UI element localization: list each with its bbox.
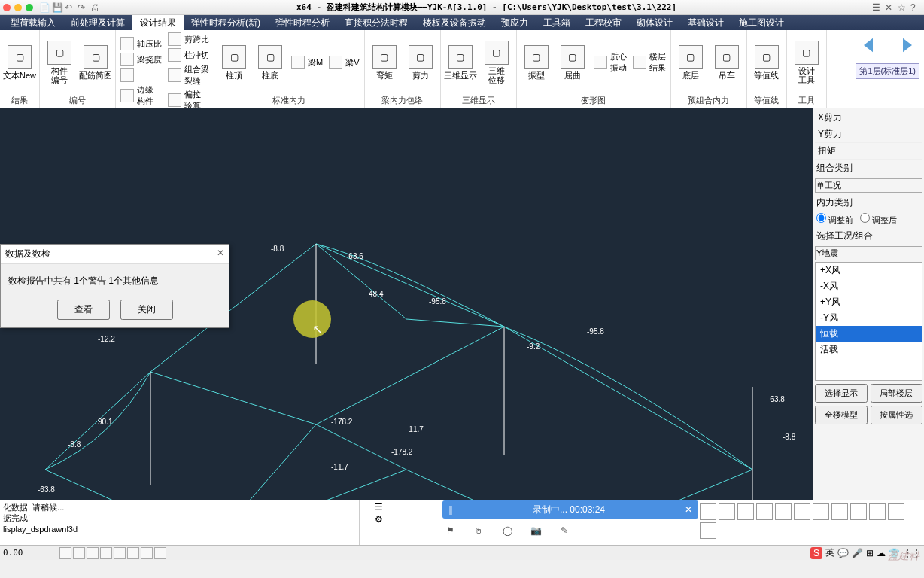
view-orbit-icon[interactable] bbox=[775, 503, 792, 520]
ribbon-btn-0-0[interactable]: ▢文本New bbox=[3, 45, 36, 80]
view-cube2-icon[interactable] bbox=[719, 503, 735, 520]
ribbon-btn-8-0[interactable]: ▢等值线 bbox=[750, 45, 783, 80]
radio-before[interactable] bbox=[816, 213, 826, 223]
ribbon-btn-6-1[interactable]: ▢屈曲 bbox=[556, 45, 589, 80]
ribbon-small-2-0-0[interactable]: 轴压比 bbox=[119, 36, 163, 51]
command-log[interactable]: 化数据, 请稍候... 据完成! lisplay_dspdrawnl3d bbox=[0, 500, 360, 545]
window-controls[interactable] bbox=[3, 4, 33, 11]
main-tab-7[interactable]: 预应力 bbox=[494, 15, 536, 31]
view-grid-icon[interactable] bbox=[888, 503, 904, 520]
ribbon-small-2-0-1[interactable]: 梁挠度 bbox=[119, 52, 163, 67]
view-layers-icon[interactable] bbox=[700, 522, 716, 539]
polar-icon[interactable] bbox=[100, 547, 112, 559]
min-window[interactable] bbox=[14, 4, 22, 11]
view-toolbar[interactable] bbox=[700, 502, 922, 539]
main-tab-11[interactable]: 基础设计 bbox=[680, 15, 731, 31]
view-section-icon[interactable] bbox=[850, 503, 867, 520]
radio-before-after[interactable]: 调整前 调整后 bbox=[815, 211, 922, 227]
main-tab-1[interactable]: 前处理及计算 bbox=[63, 15, 132, 31]
side-item-2[interactable]: 扭矩 bbox=[815, 143, 922, 160]
main-tab-3[interactable]: 弹性时程分析(新) bbox=[184, 15, 268, 31]
quick-access[interactable]: 📄💾↶↷🖨 bbox=[39, 2, 101, 13]
ortho-icon[interactable] bbox=[87, 547, 99, 559]
side-item-1[interactable]: Y剪力 bbox=[815, 126, 922, 143]
ribbon-btn-5-0[interactable]: ▢三维显示 bbox=[444, 45, 477, 80]
floor-selector[interactable]: 第1层(标准层1) bbox=[856, 63, 919, 79]
dialog-close-icon[interactable]: ✕ bbox=[217, 248, 224, 260]
main-tab-9[interactable]: 工程校审 bbox=[578, 15, 629, 31]
prev-arrow-icon[interactable] bbox=[858, 30, 888, 60]
ime-lang[interactable]: 英 bbox=[825, 546, 834, 559]
next-arrow-icon[interactable] bbox=[888, 30, 918, 60]
ribbon-btn-7-0[interactable]: ▢底层 bbox=[674, 45, 707, 80]
main-tab-2[interactable]: 设计结果 bbox=[132, 15, 184, 31]
dialog-close-button[interactable]: 关闭 bbox=[120, 300, 173, 320]
main-tabs[interactable]: 型荷载输入前处理及计算设计结果弹性时程分析(新)弹性时程分析直接积分法时程楼板及… bbox=[0, 15, 924, 30]
ribbon-btn-3-0[interactable]: ▢柱顶 bbox=[217, 45, 251, 80]
combo-type-select[interactable]: 单工况 bbox=[815, 178, 922, 193]
view-zoom-icon[interactable] bbox=[813, 503, 829, 520]
model-icon[interactable] bbox=[154, 547, 166, 559]
recording-close-icon[interactable]: ✕ bbox=[685, 504, 692, 515]
case-item-1[interactable]: -X风 bbox=[816, 278, 922, 294]
view-cube-icon[interactable] bbox=[700, 503, 716, 520]
cmd-list-icon[interactable]: ☰ bbox=[375, 502, 383, 513]
ribbon-btn-7-1[interactable]: ▢吊车 bbox=[710, 45, 743, 80]
view-globe-icon[interactable] bbox=[756, 503, 773, 520]
select-display-button[interactable]: 选择显示 bbox=[815, 384, 868, 403]
case-item-4[interactable]: 恒载 bbox=[816, 326, 922, 342]
titlebar-right[interactable]: ☰✕☆? bbox=[872, 2, 921, 13]
ime-s-icon[interactable]: S bbox=[810, 547, 822, 559]
view-home-icon[interactable] bbox=[737, 503, 754, 520]
view-fit-icon[interactable] bbox=[831, 503, 848, 520]
main-tab-10[interactable]: 砌体设计 bbox=[629, 15, 680, 31]
dialog-view-button[interactable]: 查看 bbox=[57, 300, 110, 320]
status-toggles[interactable] bbox=[59, 547, 166, 559]
camera-icon[interactable]: 📷 bbox=[528, 523, 543, 538]
by-attr-button[interactable]: 按属性选 bbox=[871, 406, 923, 424]
lweight-icon[interactable] bbox=[141, 547, 153, 559]
spotlight-icon[interactable]: ◯ bbox=[500, 523, 515, 538]
recording-bar[interactable]: ‖ 录制中... 00:03:24 ✕ bbox=[442, 500, 698, 519]
view-axis-icon[interactable] bbox=[869, 503, 886, 520]
case-item-2[interactable]: +Y风 bbox=[816, 294, 922, 310]
pencil-icon[interactable]: ✎ bbox=[557, 523, 572, 538]
case-combo[interactable]: Y地震 bbox=[815, 246, 922, 260]
ribbon-small-6-0-0[interactable]: 质心振动 bbox=[592, 50, 628, 75]
view-pan-icon[interactable] bbox=[794, 503, 810, 520]
ribbon-btn-4-1[interactable]: ▢剪力 bbox=[404, 45, 437, 80]
osnap-icon[interactable] bbox=[114, 547, 126, 559]
snap-icon[interactable] bbox=[59, 547, 71, 559]
main-tab-6[interactable]: 楼板及设备振动 bbox=[415, 15, 494, 31]
main-tab-12[interactable]: 施工图设计 bbox=[731, 15, 792, 31]
close-window[interactable] bbox=[3, 4, 11, 11]
case-item-5[interactable]: 活载 bbox=[816, 342, 922, 357]
ribbon-small-2-0-2[interactable] bbox=[119, 68, 163, 83]
ribbon-small-2-0-3[interactable]: 边缘构件 bbox=[119, 84, 163, 108]
cmd-gear-icon[interactable]: ⚙ bbox=[375, 514, 383, 525]
case-item-3[interactable]: -Y风 bbox=[816, 310, 922, 326]
flag-icon[interactable]: ⚑ bbox=[442, 523, 457, 538]
case-item-0[interactable]: +X风 bbox=[816, 263, 922, 278]
ribbon-btn-3-1[interactable]: ▢柱底 bbox=[254, 45, 287, 80]
ribbon-btn-5-1[interactable]: ▢三维位移 bbox=[480, 41, 513, 84]
main-tab-0[interactable]: 型荷载输入 bbox=[3, 15, 63, 31]
ribbon-btn-6-0[interactable]: ▢振型 bbox=[520, 45, 553, 80]
ribbon-small-2-1-1[interactable]: 柱冲切 bbox=[166, 47, 211, 62]
main-tab-4[interactable]: 弹性时程分析 bbox=[268, 15, 337, 31]
local-floor-button[interactable]: 局部楼层 bbox=[871, 384, 923, 403]
record-toolbar[interactable]: ⚑ 🖱 ◯ 📷 ✎ bbox=[442, 523, 572, 538]
cmd-controls[interactable]: ☰ ⚙ bbox=[360, 500, 397, 545]
ribbon-small-6-1-0[interactable]: 楼层结果 bbox=[631, 50, 667, 75]
ribbon-btn-1-1[interactable]: ▢配筋简图 bbox=[79, 45, 112, 80]
full-model-button[interactable]: 全楼模型 bbox=[815, 406, 868, 424]
ribbon-btn-4-0[interactable]: ▢弯矩 bbox=[368, 45, 401, 80]
main-tab-5[interactable]: 直接积分法时程 bbox=[337, 15, 415, 31]
side-item-0[interactable]: X剪力 bbox=[815, 110, 922, 126]
case-list[interactable]: +X风-X风+Y风-Y风恒载活载 bbox=[815, 262, 922, 381]
ribbon-small-2-1-2[interactable]: 组合梁裂缝 bbox=[166, 63, 211, 87]
otrack-icon[interactable] bbox=[127, 547, 139, 559]
mouse-icon[interactable]: 🖱 bbox=[471, 523, 486, 538]
ribbon-small-3-1-0[interactable]: 梁V bbox=[327, 55, 360, 70]
ribbon-btn-9-0[interactable]: ▢设计工具 bbox=[790, 41, 823, 84]
